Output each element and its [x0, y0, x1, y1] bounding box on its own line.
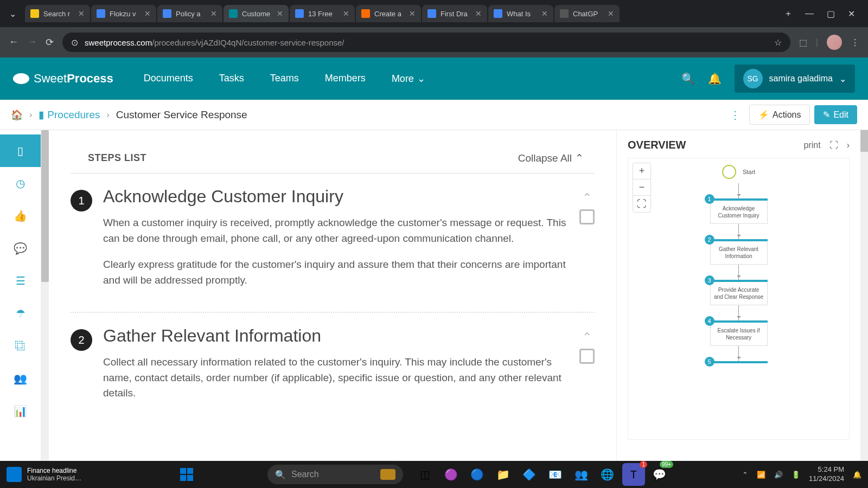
flowchart-area[interactable]: + − ⛶ Start 1 Acknowledge Customer Inqui… — [628, 158, 850, 440]
chrome-icon[interactable]: 🌐 — [596, 463, 619, 486]
browser-tab[interactable]: Policy a✕ — [157, 5, 222, 22]
breadcrumb-current: Customer Service Response — [116, 109, 247, 121]
close-tab-icon[interactable]: ✕ — [541, 9, 548, 18]
browser-tab[interactable]: 13 Free✕ — [290, 5, 355, 22]
edit-icon: ✎ — [823, 110, 830, 120]
whatsapp-icon[interactable]: 💬99+ — [648, 463, 671, 486]
actions-button[interactable]: ⚡ Actions — [749, 105, 810, 125]
nav-tasks[interactable]: Tasks — [219, 73, 244, 85]
task-view-icon[interactable]: ◫ — [414, 463, 437, 486]
close-tab-icon[interactable]: ✕ — [343, 9, 349, 18]
notifications-icon[interactable]: 🔔 — [853, 471, 861, 479]
close-tab-icon[interactable]: ✕ — [277, 9, 283, 18]
back-button[interactable]: ← — [9, 36, 18, 48]
app-icon[interactable]: 🔷 — [518, 463, 541, 486]
step-body: Acknowledge Customer Inquiry When a cust… — [103, 187, 569, 299]
close-tab-icon[interactable]: ✕ — [608, 9, 614, 18]
flow-arrow — [738, 183, 739, 198]
close-window-icon[interactable]: ✕ — [848, 9, 855, 19]
edit-button[interactable]: ✎ Edit — [814, 105, 857, 124]
next-icon[interactable]: › — [847, 140, 850, 150]
browser-menu-icon[interactable]: ⋮ — [851, 37, 859, 48]
zoom-controls: + − ⛶ — [633, 163, 651, 213]
minimize-icon[interactable]: ― — [805, 9, 814, 19]
nav-documents[interactable]: Documents — [144, 73, 193, 85]
extensions-icon[interactable]: ⬚ — [799, 37, 807, 48]
breadcrumb-procedures[interactable]: ▮ Procedures — [39, 108, 100, 121]
tab-search-dropdown[interactable]: ⌄ — [4, 5, 21, 22]
forward-button[interactable]: → — [27, 36, 37, 48]
user-menu[interactable]: SG samira galadima ⌄ — [735, 65, 855, 93]
flow-node[interactable]: 4 Escalate Issues if Necessary — [710, 320, 768, 346]
rail-copy[interactable]: ⿻ — [0, 330, 41, 362]
step-checkbox[interactable] — [579, 209, 595, 224]
scrollbar[interactable] — [860, 130, 868, 488]
bookmark-star-icon[interactable]: ☆ — [774, 37, 782, 48]
wifi-icon[interactable]: 📶 — [757, 471, 765, 479]
browser-tab[interactable]: ChatGP✕ — [554, 5, 620, 22]
close-tab-icon[interactable]: ✕ — [210, 9, 217, 18]
collapse-step-icon[interactable]: ⌃ — [582, 330, 592, 344]
outlook-icon[interactable]: 📧 — [544, 463, 567, 486]
site-info-icon[interactable]: ⊙ — [71, 37, 78, 48]
taskbar-news-widget[interactable]: Finance headline Ukrainian Presid… — [7, 467, 104, 482]
rail-analytics[interactable]: 📊 — [0, 395, 41, 427]
teams-new-icon[interactable]: T1 — [622, 463, 645, 486]
url-field[interactable]: ⊙ sweetprocess.com/procedures/vjAZdIQ4qN… — [62, 33, 790, 52]
volume-icon[interactable]: 🔊 — [774, 471, 783, 479]
browser-tab[interactable]: What Is✕ — [488, 5, 553, 22]
maximize-icon[interactable]: ▢ — [827, 9, 835, 19]
close-tab-icon[interactable]: ✕ — [144, 9, 151, 18]
address-bar: ← → ⟳ ⊙ sweetprocess.com/procedures/vjAZ… — [0, 27, 868, 57]
search-icon[interactable]: 🔍 — [681, 72, 695, 85]
home-icon[interactable]: 🏠 — [11, 109, 23, 121]
browser-tab[interactable]: First Dra✕ — [422, 5, 487, 22]
profile-avatar[interactable] — [827, 35, 842, 50]
print-button[interactable]: print — [804, 140, 821, 150]
start-button[interactable] — [175, 463, 198, 486]
logo[interactable]: SweetProcess — [13, 72, 113, 86]
flow-node[interactable]: 1 Acknowledge Customer Inquiry — [710, 198, 768, 224]
browser-tab[interactable]: Custome✕ — [224, 5, 289, 22]
rail-approve[interactable]: 👍 — [0, 200, 41, 232]
rail-comments[interactable]: 💬 — [0, 232, 41, 265]
rail-umbrella[interactable]: ☂ — [0, 297, 41, 330]
collapse-step-icon[interactable]: ⌃ — [582, 191, 592, 205]
flow-node[interactable]: 3 Provide Accurate and Clear Response — [710, 280, 768, 305]
explorer-icon[interactable]: 📁 — [492, 463, 515, 486]
nav-more[interactable]: More ⌄ — [392, 73, 425, 85]
zoom-in-button[interactable]: + — [633, 163, 650, 179]
step-checkbox[interactable] — [579, 349, 595, 364]
browser-tab[interactable]: Create a✕ — [356, 5, 421, 22]
close-tab-icon[interactable]: ✕ — [78, 9, 85, 18]
more-menu-icon[interactable]: ⋮ — [725, 104, 745, 126]
new-tab-button[interactable]: ＋ — [780, 5, 796, 22]
reload-button[interactable]: ⟳ — [46, 36, 54, 48]
nav-teams[interactable]: Teams — [270, 73, 299, 85]
battery-icon[interactable]: 🔋 — [792, 471, 800, 479]
rail-tasks[interactable]: ☰ — [0, 265, 41, 297]
browser-tab[interactable]: Search r✕ — [25, 5, 90, 22]
rail-document[interactable]: ▯ — [0, 134, 41, 167]
scrollbar[interactable] — [41, 130, 49, 488]
expand-icon[interactable]: ⛶ — [829, 140, 838, 150]
nav-members[interactable]: Members — [325, 73, 366, 85]
browser-tab[interactable]: Flokzu v✕ — [91, 5, 156, 22]
close-tab-icon[interactable]: ✕ — [409, 9, 416, 18]
bell-icon[interactable]: 🔔 — [708, 72, 722, 85]
copilot-icon[interactable]: 🟣 — [440, 463, 463, 486]
flow-node[interactable]: 5 — [710, 361, 768, 363]
edge-icon[interactable]: 🔵 — [466, 463, 489, 486]
flow-node[interactable]: 2 Gather Relevant Information — [710, 239, 768, 265]
rail-people[interactable]: 👥 — [0, 362, 41, 395]
fullscreen-button[interactable]: ⛶ — [633, 196, 650, 212]
clock[interactable]: 5:24 PM 11/24/2024 — [809, 465, 844, 484]
teams-icon[interactable]: 👥 — [570, 463, 593, 486]
rail-history[interactable]: ◷ — [0, 167, 41, 200]
steps-list-title: STEPS LIST — [88, 152, 146, 164]
tray-chevron-icon[interactable]: ⌃ — [742, 471, 748, 479]
taskbar-search[interactable]: 🔍 Search — [267, 465, 403, 484]
close-tab-icon[interactable]: ✕ — [475, 9, 482, 18]
zoom-out-button[interactable]: − — [633, 179, 650, 196]
collapse-all-button[interactable]: Collapse All ⌃ — [518, 152, 584, 164]
